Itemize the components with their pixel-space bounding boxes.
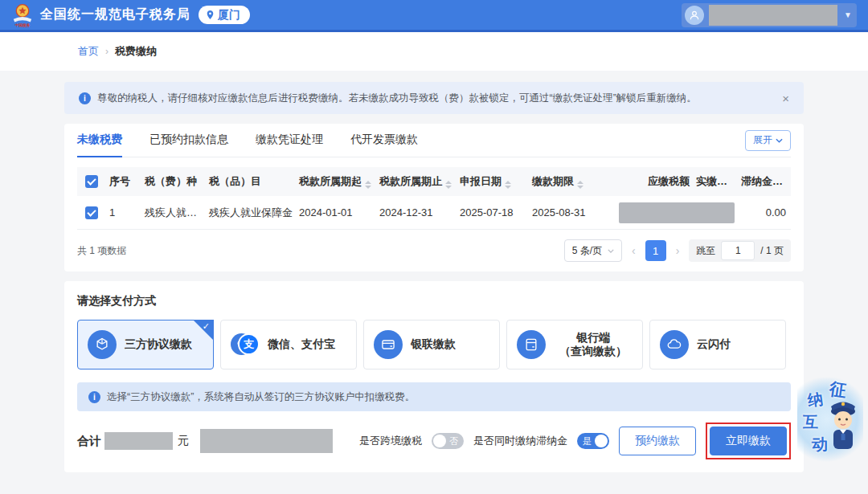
redacted-username	[709, 5, 837, 26]
redacted-account-info	[200, 429, 333, 453]
payment-methods: 三方协议缴款 支 微信、支付宝 银联缴款	[77, 320, 791, 369]
method-label-line1: 银行端	[554, 331, 633, 345]
method-label: 银行端 （查询缴款）	[554, 331, 633, 359]
logo-caption: 中国税务	[15, 22, 31, 27]
user-account-widget[interactable]: ▼	[682, 3, 857, 27]
tax-bureau-logo: 中国税务	[11, 3, 34, 27]
chevron-down-icon	[608, 249, 614, 253]
row-late-fee: 0.00	[738, 206, 789, 218]
sort-icon[interactable]	[365, 181, 371, 189]
column-late-fee: 滞纳金、利...	[738, 174, 789, 189]
late-fee-label: 是否同时缴纳滞纳金	[473, 434, 567, 448]
alipay-icon: 支	[238, 333, 260, 355]
sort-icon[interactable]	[445, 181, 452, 189]
breadcrumb-current: 税费缴纳	[115, 44, 157, 59]
payment-footer: 合计 元 是否跨境缴税 否 是否同时缴纳滞纳金 是 预约缴款 立即缴款	[77, 423, 791, 459]
page-jump-input[interactable]	[721, 241, 755, 260]
row-tax-item: 残疾人就业保障金	[206, 206, 296, 220]
cube-icon	[88, 330, 117, 359]
row-deadline: 2025-08-31	[529, 206, 604, 218]
sort-icon[interactable]	[577, 181, 583, 189]
page-jump-group: 跳至 / 1 页	[689, 239, 791, 262]
tab-invoice-payment[interactable]: 代开发票缴款	[350, 124, 418, 157]
row-index: 1	[106, 206, 141, 218]
page-size-select[interactable]: 5 条/页	[564, 239, 622, 262]
bank-terminal-icon	[517, 330, 546, 359]
location-pin-icon	[205, 10, 215, 20]
tab-bar: 未缴税费 已预约扣款信息 缴款凭证处理 代开发票缴款 展开	[77, 124, 791, 157]
table-footer: 共 1 项数据 5 条/页 ‹ 1 › 跳至 / 1 页	[77, 239, 791, 262]
method-label: 三方协议缴款	[125, 337, 192, 352]
toggle-knob	[595, 435, 608, 447]
breadcrumb-home-link[interactable]: 首页	[78, 44, 99, 59]
next-page-button[interactable]: ›	[674, 244, 682, 257]
redacted-payable-amount	[619, 202, 735, 223]
top-header-bar: 中国税务 全国统一规范电子税务局 厦门 ▼	[0, 0, 868, 32]
column-tax-type: 税（费）种	[141, 174, 206, 189]
column-period-start: 税款所属期起	[296, 174, 376, 189]
column-payable: 应缴税额	[604, 174, 693, 189]
method-unionpay-quickpass[interactable]: 云闪付	[649, 320, 786, 369]
method-label: 微信、支付宝	[268, 337, 335, 352]
method-tripartite-agreement[interactable]: 三方协议缴款	[77, 320, 214, 369]
current-page-button[interactable]: 1	[645, 240, 666, 261]
method-unionpay[interactable]: 银联缴款	[363, 320, 500, 369]
person-icon	[689, 10, 700, 21]
mascot-char: 纳	[806, 389, 824, 411]
pay-now-button[interactable]: 立即缴款	[710, 427, 787, 455]
payment-notice-text: 选择“三方协议缴款”，系统将自动从签订的三方协议账户中扣缴税费。	[107, 390, 415, 404]
wechat-alipay-icon: 支	[231, 330, 260, 359]
column-paid: 实缴税额	[693, 174, 738, 189]
tax-list-card: 未缴税费 已预约扣款信息 缴款凭证处理 代开发票缴款 展开 序号 税（费）种 税…	[64, 124, 804, 271]
method-label: 云闪付	[697, 337, 731, 352]
expand-button-label: 展开	[753, 133, 772, 147]
method-bank-terminal[interactable]: 银行端 （查询缴款）	[506, 320, 643, 369]
row-checkbox[interactable]	[85, 206, 98, 219]
column-index: 序号	[106, 174, 141, 189]
toggle-state-text: 是	[583, 435, 592, 447]
location-label: 厦门	[218, 8, 240, 22]
chevron-down-icon	[776, 138, 783, 143]
method-wechat-alipay[interactable]: 支 微信、支付宝	[220, 320, 357, 369]
method-label: 银联缴款	[411, 337, 456, 352]
chevron-down-icon[interactable]: ▼	[844, 10, 852, 19]
user-avatar	[685, 6, 704, 25]
row-declare-date: 2025-07-18	[457, 206, 529, 218]
expand-button[interactable]: 展开	[745, 130, 791, 151]
tax-assistant-widget[interactable]: 征 纳 互 动	[797, 378, 863, 464]
check-icon	[203, 321, 210, 332]
tab-payment-voucher[interactable]: 缴款凭证处理	[256, 124, 323, 157]
toggle-state-text: 否	[449, 435, 458, 447]
location-selector[interactable]: 厦门	[199, 6, 250, 24]
row-tax-type: 残疾人就业...	[141, 206, 206, 220]
reserve-payment-button[interactable]: 预约缴款	[619, 427, 696, 455]
prev-page-button[interactable]: ‹	[630, 244, 637, 257]
row-count-summary: 共 1 项数据	[77, 244, 126, 258]
tab-unpaid-taxes[interactable]: 未缴税费	[77, 124, 122, 157]
info-banner: 尊敬的纳税人，请仔细核对应缴款信息后进行税费缴纳。若未缴款成功导致税（费）款被锁…	[64, 82, 804, 114]
close-icon[interactable]: ×	[782, 92, 789, 105]
pagination: 5 条/页 ‹ 1 › 跳至 / 1 页	[564, 239, 791, 262]
unpaid-tax-table: 序号 税（费）种 税（品）目 税款所属期起 税款所属期止 申报日期 缴款期限 应…	[77, 167, 791, 262]
tab-reserved-deductions[interactable]: 已预约扣款信息	[149, 124, 228, 157]
toggle-knob	[433, 435, 446, 447]
sort-icon[interactable]	[505, 181, 511, 189]
row-period-start: 2024-01-01	[296, 206, 376, 218]
column-period-end: 税款所属期止	[376, 174, 457, 189]
method-label-line2: （查询缴款）	[554, 345, 633, 359]
column-deadline: 缴款期限	[529, 174, 604, 189]
info-icon	[88, 391, 100, 403]
late-fee-toggle[interactable]: 是	[577, 433, 609, 449]
mascot-char: 互	[803, 412, 818, 433]
select-all-checkbox[interactable]	[85, 175, 98, 188]
cross-border-label: 是否跨境缴税	[359, 434, 422, 448]
column-declare-date: 申报日期	[457, 174, 529, 189]
bank-card-icon	[374, 330, 403, 359]
redacted-total-amount	[104, 432, 173, 450]
payment-section-title: 请选择支付方式	[77, 294, 791, 308]
tax-officer-mascot-icon	[825, 395, 862, 459]
cross-border-toggle[interactable]: 否	[432, 433, 464, 449]
total-pages-label: / 1 页	[760, 244, 784, 258]
jump-label: 跳至	[696, 244, 715, 258]
info-icon	[79, 92, 91, 104]
